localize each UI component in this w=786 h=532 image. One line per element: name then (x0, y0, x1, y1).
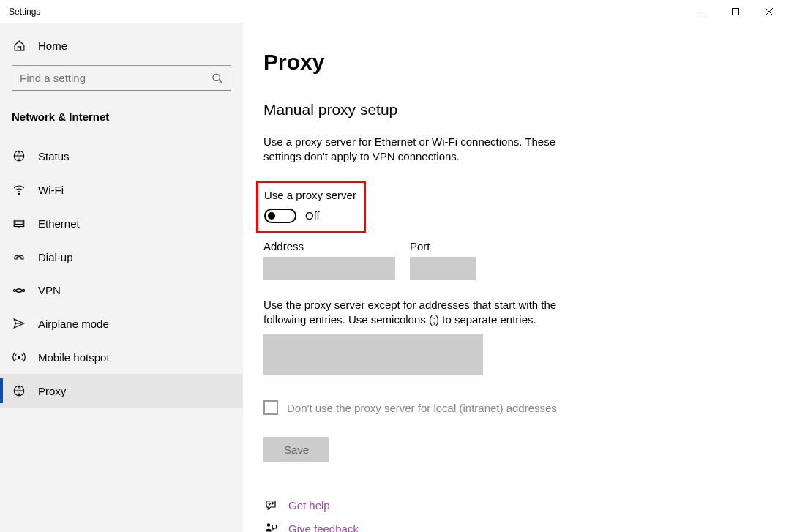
svg-point-11 (272, 503, 273, 504)
svg-point-8 (23, 289, 25, 291)
feedback-link[interactable]: Give feedback (288, 522, 359, 533)
chat-icon (263, 498, 278, 512)
content-pane: Proxy Manual proxy setup Use a proxy ser… (243, 23, 786, 532)
svg-point-2 (213, 74, 220, 80)
sidebar-item-proxy[interactable]: Proxy (0, 374, 243, 408)
home-nav[interactable]: Home (12, 32, 231, 65)
wifi-icon (12, 183, 26, 196)
svg-point-7 (14, 289, 16, 291)
section-title: Manual proxy setup (263, 101, 786, 119)
search-input[interactable] (20, 72, 212, 84)
port-input[interactable] (410, 257, 476, 280)
window-controls (685, 0, 786, 23)
feedback-row: Give feedback (263, 522, 786, 532)
svg-point-12 (267, 523, 271, 527)
svg-rect-0 (698, 12, 705, 12)
hotspot-icon (12, 351, 26, 364)
local-bypass-checkbox[interactable] (263, 400, 278, 415)
sidebar-item-label: Dial-up (38, 251, 73, 263)
status-icon (12, 149, 26, 162)
sidebar-item-dialup[interactable]: Dial-up (0, 240, 243, 274)
toggle-knob (268, 212, 275, 220)
titlebar: Settings (0, 0, 786, 23)
sidebar-item-label: VPN (38, 284, 61, 296)
sidebar-item-hotspot[interactable]: Mobile hotspot (0, 340, 243, 374)
svg-rect-6 (15, 221, 23, 225)
vpn-icon (12, 285, 26, 296)
sidebar-item-label: Status (38, 150, 70, 162)
address-port-row: Address Port (263, 240, 786, 280)
exceptions-description: Use the proxy server except for addresse… (263, 298, 600, 328)
sidebar-item-airplane[interactable]: Airplane mode (0, 307, 243, 340)
port-group: Port (410, 240, 476, 280)
sidebar-item-wifi[interactable]: Wi-Fi (0, 173, 243, 206)
home-icon (12, 40, 26, 52)
local-bypass-row: Don't use the proxy server for local (in… (263, 400, 786, 415)
svg-rect-1 (733, 9, 739, 15)
dialup-icon (12, 250, 26, 263)
toggle-title: Use a proxy server (264, 189, 356, 201)
search-box[interactable] (12, 65, 231, 91)
window-title: Settings (9, 7, 685, 17)
sidebar-item-label: Wi-Fi (38, 184, 64, 196)
sidebar-item-label: Proxy (38, 385, 66, 397)
feedback-icon (263, 522, 278, 532)
sidebar-item-ethernet[interactable]: Ethernet (0, 206, 243, 240)
sidebar-item-vpn[interactable]: VPN (0, 274, 243, 307)
toggle-state-label: Off (305, 209, 320, 222)
sidebar-item-label: Airplane mode (38, 318, 109, 330)
page-title: Proxy (263, 50, 786, 75)
svg-point-4 (18, 193, 20, 195)
proxy-toggle[interactable] (264, 209, 296, 223)
category-title: Network & Internet (0, 110, 243, 123)
get-help-link[interactable]: Get help (288, 499, 330, 512)
proxy-icon (12, 384, 26, 397)
ethernet-icon (12, 217, 26, 230)
sidebar-item-label: Ethernet (38, 217, 80, 230)
address-group: Address (263, 240, 395, 280)
address-input[interactable] (263, 257, 395, 280)
home-label: Home (38, 40, 67, 52)
section-description: Use a proxy server for Ethernet or Wi-Fi… (263, 135, 593, 165)
sidebar: Home Network & Internet Status Wi-Fi (0, 23, 243, 532)
airplane-icon (12, 317, 26, 330)
maximize-button[interactable] (719, 0, 752, 23)
sidebar-item-status[interactable]: Status (0, 139, 243, 173)
svg-point-9 (18, 356, 20, 359)
save-button[interactable]: Save (263, 437, 329, 462)
get-help-row: Get help (263, 498, 786, 512)
highlighted-toggle-area: Use a proxy server Off (256, 181, 366, 233)
minimize-button[interactable] (685, 0, 719, 23)
local-bypass-label: Don't use the proxy server for local (in… (287, 402, 557, 414)
sidebar-item-label: Mobile hotspot (38, 351, 110, 364)
port-label: Port (410, 240, 476, 252)
toggle-row: Off (264, 209, 356, 223)
exceptions-input[interactable] (263, 334, 483, 375)
address-label: Address (263, 240, 395, 252)
close-button[interactable] (752, 0, 786, 23)
search-icon (212, 72, 223, 84)
